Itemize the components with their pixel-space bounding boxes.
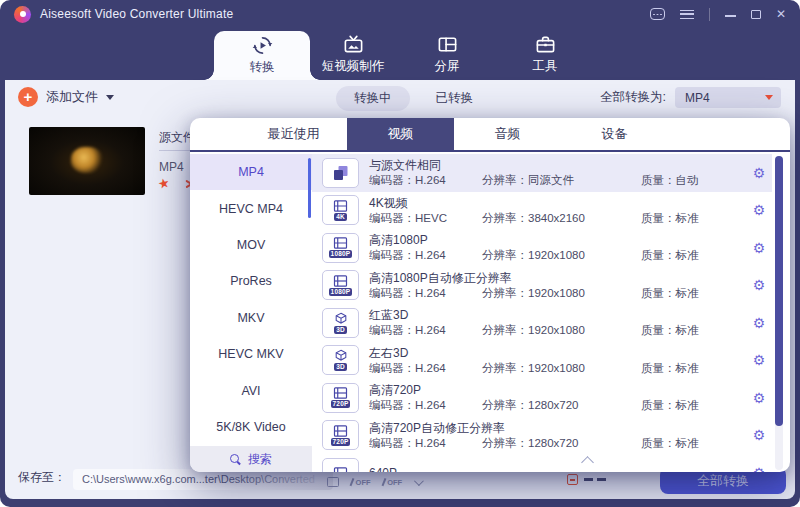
format-title: 640P	[369, 466, 746, 472]
resolution-value: 分辨率：1920x1080	[482, 287, 641, 300]
resolution-badge: 1080P	[329, 250, 353, 258]
video-thumbnail	[29, 127, 145, 195]
format-row[interactable]: 1080P高清1080P自动修正分辨率编码器：H.264分辨率：1920x108…	[312, 267, 772, 305]
toggle-1[interactable]: OFF	[351, 478, 371, 487]
convert-all-label: 全部转换为:	[600, 89, 666, 106]
tab-label: 工具	[533, 58, 558, 75]
search-label: 搜索	[248, 451, 272, 468]
format-detail: 编码器：H.264分辨率：1280x720质量：标准	[369, 437, 746, 450]
resolution-value: 分辨率：1920x1080	[482, 324, 641, 337]
resolution-badge: 3D	[334, 363, 347, 371]
format-detail: 编码器：H.264分辨率：1920x1080质量：标准	[369, 287, 746, 300]
popup-tab-audio[interactable]: 音频	[454, 118, 561, 150]
add-files-button[interactable]: + 添加文件	[18, 87, 114, 107]
popup-tab-video[interactable]: 视频	[347, 118, 454, 150]
format-row[interactable]: 640P⚙	[312, 454, 772, 472]
feedback-icon[interactable]	[650, 8, 665, 20]
app-window: Aiseesoft Video Converter Ultimate ✕ 转换	[0, 0, 800, 507]
popup-tab-recent[interactable]: 最近使用	[240, 118, 347, 150]
toggle-icon	[381, 478, 385, 486]
resolution-value: 分辨率：同源文件	[482, 174, 641, 187]
format-row[interactable]: 720P高清720P自动修正分辨率编码器：H.264分辨率：1280x720质量…	[312, 417, 772, 455]
copy-icon	[322, 158, 359, 188]
output-format-dropdown[interactable]: MP4	[675, 87, 781, 108]
sidebar-item-prores[interactable]: ProRes	[190, 263, 312, 299]
chevron-down-icon[interactable]	[414, 476, 424, 486]
resolution-value: 分辨率：1920x1080	[482, 362, 641, 375]
edit-wand-icon[interactable]: ★	[157, 176, 171, 191]
collapse-chevron-icon[interactable]	[582, 455, 594, 467]
encoder-value: 编码器：HEVC	[369, 212, 482, 225]
format-detail: 编码器：HEVC分辨率：3840x2160质量：标准	[369, 212, 746, 225]
film-icon: 720P	[322, 383, 359, 413]
minimize-icon[interactable]	[725, 15, 736, 17]
sidebar-item-mkv[interactable]: MKV	[190, 300, 312, 336]
tab-short-video[interactable]: 短视频制作	[305, 28, 401, 80]
format-title: 高清1080P自动修正分辨率	[369, 271, 746, 285]
settings-gear-icon[interactable]: ⚙	[746, 465, 772, 472]
save-path-input[interactable]: C:\Users\www.x6g.com...ter\Desktop\Conve…	[73, 469, 333, 490]
popup-tabs: 最近使用 视频 音频 设备	[190, 118, 790, 152]
quality-value: 质量：标准	[641, 287, 746, 300]
settings-gear-icon[interactable]: ⚙	[746, 390, 772, 406]
toggle-2[interactable]: OFF	[383, 478, 403, 487]
resolution-value: 分辨率：1920x1080	[482, 249, 641, 262]
sidebar-item-mp4[interactable]: MP4	[190, 154, 312, 190]
sidebar-item-hevc-mp4[interactable]: HEVC MP4	[190, 190, 312, 226]
format-row[interactable]: 3D左右3D编码器：H.264分辨率：1920x1080质量：标准⚙	[312, 342, 772, 380]
format-title: 高清1080P	[369, 233, 746, 247]
sidebar-item-hevc-mkv[interactable]: HEVC MKV	[190, 336, 312, 372]
save-to-label: 保存至：	[18, 469, 66, 486]
settings-gear-icon[interactable]: ⚙	[746, 427, 772, 443]
segment-converting[interactable]: 转换中	[336, 86, 410, 111]
sidebar-item-mov[interactable]: MOV	[190, 227, 312, 263]
film-icon	[322, 458, 359, 472]
maximize-icon[interactable]	[751, 10, 761, 19]
search-button[interactable]: 搜索	[190, 446, 312, 472]
format-row[interactable]: 与源文件相同编码器：H.264分辨率：同源文件质量：自动⚙	[312, 154, 772, 192]
sidebar-scrollbar[interactable]	[308, 158, 311, 218]
popup-tab-device[interactable]: 设备	[561, 118, 668, 150]
segment-converted[interactable]: 已转换	[436, 90, 474, 107]
settings-gear-icon[interactable]: ⚙	[746, 277, 772, 293]
encoder-value: 编码器：H.264	[369, 437, 482, 450]
sidebar-item-5k-8k-video[interactable]: 5K/8K Video	[190, 409, 312, 445]
menu-icon[interactable]	[680, 10, 694, 19]
cube-icon: 3D	[322, 345, 359, 375]
encoder-value: 编码器：H.264	[369, 287, 482, 300]
settings-gear-icon[interactable]: ⚙	[746, 315, 772, 331]
quality-value: 质量：标准	[641, 399, 746, 412]
encoder-value: 编码器：H.264	[369, 249, 482, 262]
format-row[interactable]: 1080P高清1080P编码器：H.264分辨率：1920x1080质量：标准⚙	[312, 229, 772, 267]
list-scrollbar-thumb[interactable]	[775, 156, 783, 426]
close-icon[interactable]: ✕	[776, 8, 786, 20]
convert-all-group: 全部转换为: MP4	[600, 87, 781, 108]
output-format-value: MP4	[685, 91, 710, 105]
resolution-value: 分辨率：3840x2160	[482, 212, 641, 225]
titlebar: Aiseesoft Video Converter Ultimate ✕	[0, 0, 800, 28]
tab-convert[interactable]: 转换	[214, 31, 310, 80]
cube-icon: 3D	[322, 308, 359, 338]
chevron-down-icon[interactable]	[106, 95, 114, 100]
tab-toolbox[interactable]: 工具	[497, 28, 593, 80]
window-title: Aiseesoft Video Converter Ultimate	[40, 7, 233, 21]
sidebar-item-avi[interactable]: AVI	[190, 372, 312, 408]
settings-gear-icon[interactable]: ⚙	[746, 202, 772, 218]
format-row[interactable]: 3D红蓝3D编码器：H.264分辨率：1920x1080质量：标准⚙	[312, 304, 772, 342]
settings-gear-icon[interactable]: ⚙	[746, 165, 772, 181]
format-row[interactable]: 720P高清720P编码器：H.264分辨率：1280x720质量：标准⚙	[312, 379, 772, 417]
convert-icon	[252, 35, 273, 56]
settings-gear-icon[interactable]: ⚙	[746, 352, 772, 368]
settings-gear-icon[interactable]: ⚙	[746, 240, 772, 256]
add-files-label: 添加文件	[46, 88, 98, 106]
folder-icon[interactable]	[327, 477, 339, 487]
quality-value: 质量：标准	[641, 362, 746, 375]
format-row[interactable]: 4K4K视频编码器：HEVC分辨率：3840x2160质量：标准⚙	[312, 192, 772, 230]
encoder-value: 编码器：H.264	[369, 399, 482, 412]
chevron-down-icon	[765, 95, 773, 100]
search-icon	[230, 454, 241, 465]
merge-option[interactable]	[567, 474, 593, 485]
format-title: 左右3D	[369, 346, 746, 360]
tab-split-screen[interactable]: 分屏	[399, 28, 495, 80]
film-icon: 4K	[322, 195, 359, 225]
